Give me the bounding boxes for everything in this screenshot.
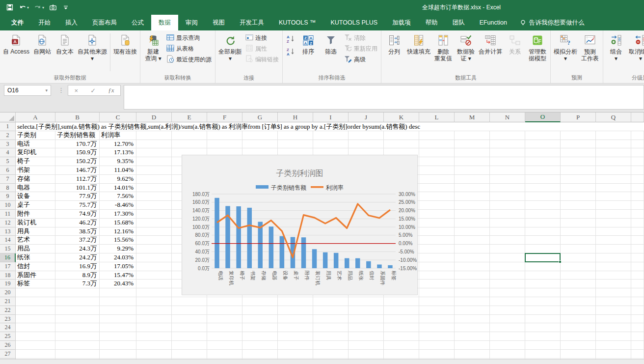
ribbon-button-ungroup[interactable]: 取消组合 ▾ [627,31,644,62]
cell-D13[interactable] [136,227,172,236]
ribbon-button-access-file[interactable]: A自 Access [1,31,31,56]
cell-O14[interactable] [525,236,561,245]
bar-装订机[interactable] [312,249,317,268]
row-header-1[interactable]: 1 [0,122,16,131]
cell-Q26[interactable] [596,341,631,350]
ribbon-button-other-sources-file[interactable]: 自其他来源 ▾ [76,31,108,62]
cell-B20[interactable] [55,288,100,297]
cell-M5[interactable] [455,157,490,166]
cell-P16[interactable] [561,253,596,262]
cell-N19[interactable] [490,280,525,288]
cell-P3[interactable] [561,140,596,149]
cell-P22[interactable] [561,306,596,315]
cell-A18[interactable]: 系固件 [16,271,55,280]
cell-D26[interactable] [136,341,172,350]
cell-P15[interactable] [561,245,596,253]
cell-L20[interactable] [419,288,455,297]
cell-C12[interactable]: 15.68% [100,219,136,227]
cell-A10[interactable]: 桌子 [16,201,55,210]
cell-M4[interactable] [455,148,490,157]
cell-Q16[interactable] [596,253,631,262]
cell-O15[interactable] [525,245,561,253]
col-header-F[interactable]: F [207,112,242,122]
cell-D16[interactable] [136,253,172,262]
cell-E22[interactable] [172,306,207,315]
cell-A1-sql-text[interactable]: selecta.[子类别],sum(a.销售额) as 子类别销售额,sum(a… [16,122,644,131]
cell-P25[interactable] [561,332,596,341]
cell-N2[interactable] [490,131,525,140]
cell-B18[interactable]: 8.9万 [55,271,100,280]
cell-D17[interactable] [136,262,172,271]
cell-Q7[interactable] [596,175,631,184]
row-header-4[interactable]: 4 [0,148,16,157]
undo-icon[interactable]: ▾ [18,2,30,13]
cell-E25[interactable] [172,332,207,341]
cell-O24[interactable] [525,323,561,332]
cell-N4[interactable] [490,148,525,157]
cell-M14[interactable] [455,236,490,245]
cell-B17[interactable]: 16.9万 [55,262,100,271]
cell-F2[interactable] [207,131,242,140]
cell-J26[interactable] [349,341,384,350]
cell-D23[interactable] [136,315,172,324]
cell-N18[interactable] [490,271,525,280]
profit-chart[interactable]: 子类别利润图子类别销售额利润率180.0万30.00%160.0万25.00%1… [182,155,418,295]
row-header-25[interactable]: 25 [0,332,16,341]
col-header-D[interactable]: D [136,112,172,122]
cell-D11[interactable] [136,210,172,219]
cell-Q5[interactable] [596,157,631,166]
cell-D6[interactable] [136,166,172,175]
cell-H24[interactable] [278,323,313,332]
tab-审阅[interactable]: 审阅 [178,15,205,30]
cell-P6[interactable] [561,166,596,175]
tab-团队[interactable]: 团队 [445,15,472,30]
cell-A7[interactable]: 存储 [16,175,55,184]
col-header-H[interactable]: H [278,112,313,122]
col-header-M[interactable]: M [455,112,490,122]
cell-A14[interactable]: 艺术 [16,236,55,245]
cell-O27[interactable] [525,350,561,359]
cell-F3[interactable] [207,140,242,149]
cell-O9[interactable] [525,192,561,201]
name-box-dropdown-icon[interactable]: ▾ [45,88,48,93]
cell-M17[interactable] [455,262,490,271]
cell-A6[interactable]: 书架 [16,166,55,175]
cell-C2[interactable]: 利润率 [100,131,136,140]
row-header-6[interactable]: 6 [0,166,16,175]
cell-D18[interactable] [136,271,172,280]
cell-M18[interactable] [455,271,490,280]
cell-C14[interactable]: 15.56% [100,236,136,245]
cell-M9[interactable] [455,192,490,201]
cell-P11[interactable] [561,210,596,219]
cell-C23[interactable] [100,315,136,324]
cell-L8[interactable] [419,184,455,193]
row-header-27[interactable]: 27 [0,350,16,359]
cell-J21[interactable] [349,297,384,306]
row-header-18[interactable]: 18 [0,271,16,280]
cell-A11[interactable]: 附件 [16,210,55,219]
cell-A8[interactable]: 电器 [16,184,55,193]
cell-N17[interactable] [490,262,525,271]
cell-O6[interactable] [525,166,561,175]
cell-M20[interactable] [455,288,490,297]
bar-电器[interactable] [269,226,274,268]
cell-Q15[interactable] [596,245,631,253]
cell-L7[interactable] [419,175,455,184]
cell-L19[interactable] [419,280,455,288]
cell-N9[interactable] [490,192,525,201]
cancel-button[interactable]: × [75,87,79,94]
cell-H26[interactable] [278,341,313,350]
formula-input[interactable] [124,85,644,110]
cell-C7[interactable]: 9.62% [100,175,136,184]
cell-D24[interactable] [136,323,172,332]
tab-EFunction[interactable]: EFunction [472,15,514,30]
cell-F23[interactable] [207,315,242,324]
bar-信封[interactable] [366,261,371,268]
cell-C13[interactable]: 12.16% [100,227,136,236]
redo-icon[interactable]: ▾ [33,2,45,13]
cell-A4[interactable]: 复印机 [16,148,55,157]
cell-P19[interactable] [561,280,596,288]
row-header-12[interactable]: 12 [0,219,16,227]
cell-E21[interactable] [172,297,207,306]
cell-J24[interactable] [349,323,384,332]
